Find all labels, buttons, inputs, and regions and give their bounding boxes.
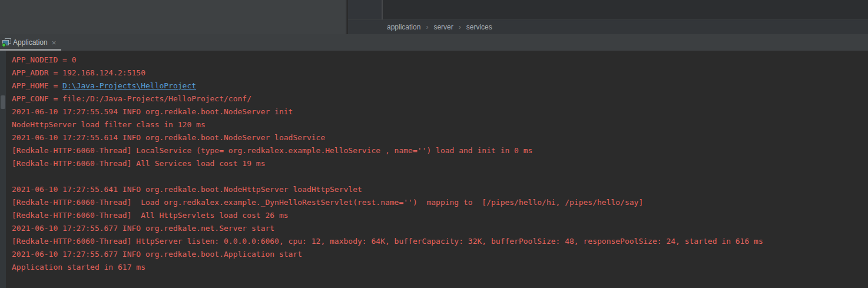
console-line: [Redkale-HTTP:6060-Thread] All HttpServl… (12, 209, 868, 222)
console-line: [Redkale-HTTP:6060-Thread] LocalService … (12, 144, 868, 157)
run-console-icon (2, 38, 11, 47)
editor-left-pane (0, 0, 347, 34)
tab-application[interactable]: Application × (0, 34, 61, 51)
console-line: [Redkale-HTTP:6060-Thread] HttpServer li… (12, 235, 868, 248)
console-line: NodeHttpServer load filter class in 120 … (12, 118, 868, 131)
gutter-marker[interactable] (1, 95, 5, 109)
console-output: APP_NODEID = 0APP_ADDR = 192.168.124.2:5… (6, 54, 868, 274)
chevron-right-icon: › (459, 23, 461, 31)
breadcrumb-item-application[interactable]: application (387, 23, 420, 31)
chevron-right-icon: › (426, 23, 428, 31)
console-line: APP_HOME = D:\Java-Projects\HelloProject (12, 80, 868, 92)
console-line: 2021-06-10 17:27:55.677 INFO org.redkale… (12, 222, 868, 235)
breadcrumb-item-services[interactable]: services (466, 23, 492, 31)
console-area: APP_NODEID = 0APP_ADDR = 192.168.124.2:5… (0, 51, 868, 288)
file-path-link[interactable]: D:\Java-Projects\HelloProject (62, 81, 196, 90)
console-line: APP_ADDR = 192.168.124.2:5150 (12, 67, 868, 80)
running-status-dot (2, 43, 6, 47)
editor-right-pane (348, 0, 868, 19)
close-icon[interactable]: × (52, 39, 57, 47)
console-line: 2021-06-10 17:27:55.614 INFO org.redkale… (12, 131, 868, 144)
console-line: Application started in 617 ms (12, 261, 868, 274)
console-gutter[interactable] (0, 51, 6, 288)
console-line: 2021-06-10 17:27:55.641 INFO org.redkale… (12, 183, 868, 196)
breadcrumb: application › server › services (348, 19, 868, 34)
console-line: [Redkale-HTTP:6060-Thread] All Services … (12, 157, 868, 170)
breadcrumb-item-server[interactable]: server (433, 23, 453, 31)
console-line: [Redkale-HTTP:6060-Thread] Load org.redk… (12, 196, 868, 209)
console-line: APP_CONF = file:/D:/Java-Projects/HelloP… (12, 92, 868, 105)
console-line: APP_NODEID = 0 (12, 54, 868, 67)
ide-window: application › server › services Applicat… (0, 0, 868, 288)
editor-pane-segment (348, 0, 382, 19)
run-toolwindow-tab-bar: Application × (0, 34, 868, 51)
tab-label: Application (13, 38, 48, 47)
console-line (12, 170, 868, 183)
pane-divider[interactable] (382, 0, 383, 19)
console-line: 2021-06-10 17:27:55.677 INFO org.redkale… (12, 248, 868, 261)
console-line: 2021-06-10 17:27:55.594 INFO org.redkale… (12, 105, 868, 118)
